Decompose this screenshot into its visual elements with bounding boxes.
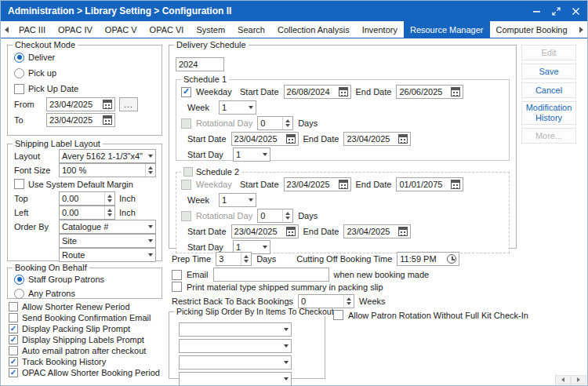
tab-system[interactable]: System [190,21,231,38]
scroll-left-icon[interactable] [555,375,571,384]
minimize-icon[interactable] [532,7,541,16]
email-checkbox[interactable] [172,270,182,280]
calendar-icon[interactable] [451,87,460,96]
more-button[interactable]: More... [521,128,576,144]
tab-resource-manager[interactable]: Resource Manager [404,21,490,38]
calendar-icon[interactable] [339,180,348,189]
tab-computer-booking[interactable]: Computer Booking [490,21,574,38]
clock-icon[interactable] [447,254,456,264]
email-input[interactable] [213,268,329,282]
chevron-down-icon [148,225,153,228]
schedule2-rotational-spinner[interactable]: 0 [257,209,293,223]
track-booking-history-checkbox[interactable] [9,357,18,366]
spinner-arrows-icon[interactable] [104,206,114,219]
cancel-button[interactable]: Cancel [521,82,576,98]
picking-slip-select-3[interactable] [179,355,292,370]
pickup-date-checkbox[interactable] [14,84,24,94]
schedule1-start-date-input[interactable]: 26/08/2024 [284,85,351,99]
calendar-icon[interactable] [286,227,296,236]
order-by-select-2[interactable]: Site [59,234,156,248]
picking-slip-select-2[interactable] [179,339,292,353]
opac-shorter-booking-checkbox[interactable] [9,368,18,377]
schedule-2-enable-checkbox[interactable] [183,167,193,177]
spinner-arrows-icon[interactable] [241,253,251,265]
font-size-spinner[interactable]: 100 % [59,163,156,177]
weekday-checkbox[interactable] [181,87,191,97]
schedule1-range-start-input[interactable]: 23/04/2025 [231,132,299,146]
tab-opac-v[interactable]: OPAC V [99,21,143,38]
any-patrons-radio[interactable] [14,289,24,299]
rotational-day-checkbox[interactable] [181,118,191,129]
schedule2-start-date-input[interactable]: 23/04/2025 [284,177,351,191]
tab-inventory[interactable]: Inventory [356,21,404,38]
schedule1-rotational-spinner[interactable]: 0 [257,116,293,130]
order-by-select-1[interactable]: Catalogue # [59,220,156,234]
tab-scroll-right-icon[interactable] [575,21,587,38]
schedule1-start-day-select[interactable]: 1 [233,147,270,162]
close-icon[interactable] [572,7,580,16]
calendar-icon[interactable] [103,100,112,109]
spinner-arrows-icon[interactable] [282,209,292,222]
layout-value: Avery 5162 1-1/3"x4" [62,151,143,161]
schedule1-range-end-input[interactable]: 23/04/2025 [343,132,411,146]
delivery-year-value: 2024 [179,60,198,69]
schedule2-range-start-input[interactable]: 23/04/2025 [231,224,299,239]
edit-button[interactable]: Edit [521,45,576,60]
tab-scroll-left-icon[interactable] [1,21,13,38]
calendar-icon[interactable] [398,227,408,236]
spinner-arrows-icon[interactable] [104,192,114,205]
allow-shorter-renew-checkbox[interactable] [9,302,18,311]
schedule1-week-select[interactable]: 1 [219,100,256,115]
prep-time-spinner[interactable]: 3 [216,252,252,266]
calendar-icon[interactable] [103,115,112,125]
tab-search[interactable]: Search [231,21,271,38]
display-packing-slip-checkbox[interactable] [9,324,18,333]
send-booking-confirmation-checkbox[interactable] [9,313,18,322]
calendar-icon[interactable] [339,87,348,96]
prep-time-value: 3 [219,254,223,264]
chevron-down-icon [249,198,253,202]
rotational-day-checkbox[interactable] [181,211,191,221]
tab-pac-iii[interactable]: PAC III [13,21,52,38]
schedule2-end-date-input[interactable]: 01/01/2075 [396,177,463,191]
spinner-arrows-icon[interactable] [343,295,354,308]
left-margin-spinner[interactable]: 0.00 [59,206,115,220]
tab-opac-iv[interactable]: OPAC IV [52,21,99,38]
display-shipping-labels-checkbox[interactable] [9,335,18,344]
to-date-input[interactable]: 23/04/2025 [46,113,115,127]
calendar-icon[interactable] [398,134,408,144]
calendar-icon[interactable] [286,134,296,144]
from-date-input[interactable]: 23/04/2025 [46,97,115,111]
patron-rotation-checkbox[interactable] [333,310,343,320]
print-summary-checkbox[interactable] [172,282,182,292]
weekday-checkbox[interactable] [181,180,191,190]
order-by-select-3[interactable]: Route [59,248,156,262]
spinner-arrows-icon[interactable] [145,164,155,177]
schedule1-end-date-input[interactable]: 26/06/2025 [396,85,463,99]
save-button[interactable]: Save [521,64,576,79]
layout-select[interactable]: Avery 5162 1-1/3"x4" [59,149,156,163]
picking-slip-select-4[interactable] [179,372,292,386]
spinner-arrows-icon[interactable] [282,117,292,129]
top-margin-spinner[interactable]: 0.00 [59,191,115,206]
staff-group-radio[interactable] [14,275,24,285]
modification-history-button[interactable]: Modification History [521,101,576,125]
calendar-icon[interactable] [451,180,460,189]
schedule2-week-select[interactable]: 1 [219,193,256,207]
option-row: Display Packing Slip Prompt [9,323,165,333]
horizontal-scrollbar[interactable] [555,375,586,384]
cutoff-time-input[interactable]: 11:59 PM [397,252,459,266]
tab-collection-analysis[interactable]: Collection Analysis [271,21,356,38]
pickup-radio[interactable] [14,68,24,78]
picking-slip-select-1[interactable] [179,322,292,337]
schedule2-range-end-input[interactable]: 23/04/2025 [343,224,411,239]
tab-opac-vi[interactable]: OPAC VI [143,21,191,38]
scroll-right-icon[interactable] [571,375,586,384]
chevron-down-icon [148,155,153,158]
auto-email-patron-checkbox[interactable] [9,346,18,355]
delivery-year-input[interactable]: 2024 [176,57,224,71]
deliver-radio[interactable] [14,53,24,63]
from-browse-button[interactable]: ... [119,97,138,111]
default-margin-checkbox[interactable] [14,179,24,189]
maximize-icon[interactable] [552,7,561,16]
